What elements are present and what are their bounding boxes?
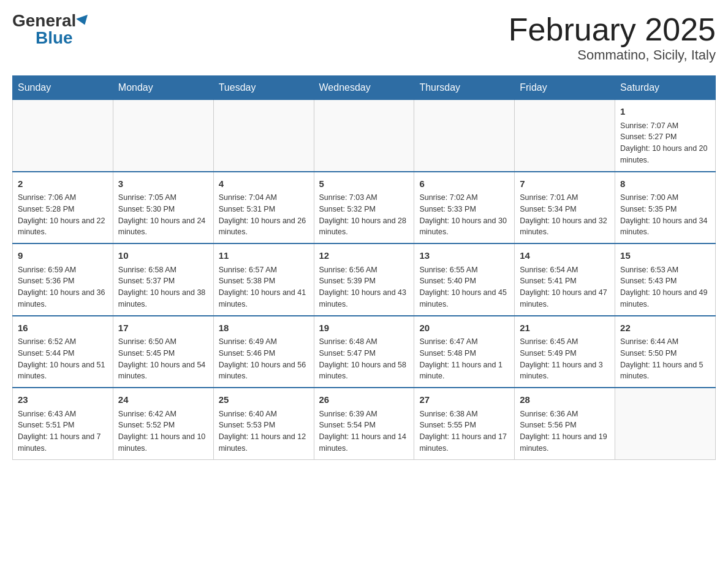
calendar-cell <box>314 100 414 172</box>
day-of-week-header: Wednesday <box>314 76 414 100</box>
sunrise-text: Sunrise: 6:48 AM <box>319 337 377 346</box>
calendar-week-row: 2Sunrise: 7:06 AMSunset: 5:28 PMDaylight… <box>13 172 716 244</box>
sunrise-text: Sunrise: 6:55 AM <box>419 266 477 274</box>
daylight-text: Daylight: 10 hours and 28 minutes. <box>319 216 406 237</box>
day-number: 23 <box>18 393 108 407</box>
daylight-text: Daylight: 10 hours and 38 minutes. <box>118 288 205 308</box>
logo: General Blue <box>12 12 89 47</box>
calendar-cell: 7Sunrise: 7:01 AMSunset: 5:34 PMDaylight… <box>515 172 615 244</box>
sunset-text: Sunset: 5:47 PM <box>319 349 376 358</box>
sunset-text: Sunset: 5:31 PM <box>219 205 275 213</box>
daylight-text: Daylight: 10 hours and 20 minutes. <box>620 144 707 164</box>
sunrise-text: Sunrise: 6:53 AM <box>620 266 678 274</box>
day-number: 12 <box>319 249 409 263</box>
sunset-text: Sunset: 5:50 PM <box>620 349 677 358</box>
daylight-text: Daylight: 10 hours and 22 minutes. <box>18 216 105 237</box>
daylight-text: Daylight: 10 hours and 34 minutes. <box>620 216 707 237</box>
sunrise-text: Sunrise: 7:07 AM <box>620 121 678 130</box>
calendar-cell: 10Sunrise: 6:58 AMSunset: 5:37 PMDayligh… <box>113 243 213 316</box>
sunrise-text: Sunrise: 6:40 AM <box>219 410 277 418</box>
sunset-text: Sunset: 5:39 PM <box>319 277 376 285</box>
daylight-text: Daylight: 11 hours and 5 minutes. <box>620 361 703 381</box>
daylight-text: Daylight: 10 hours and 32 minutes. <box>520 216 607 237</box>
day-number: 10 <box>118 249 208 263</box>
daylight-text: Daylight: 11 hours and 17 minutes. <box>419 432 506 453</box>
daylight-text: Daylight: 10 hours and 26 minutes. <box>219 216 306 237</box>
calendar-cell: 15Sunrise: 6:53 AMSunset: 5:43 PMDayligh… <box>615 243 716 316</box>
daylight-text: Daylight: 10 hours and 54 minutes. <box>118 361 205 381</box>
sunset-text: Sunset: 5:36 PM <box>18 277 74 285</box>
calendar-cell: 17Sunrise: 6:50 AMSunset: 5:45 PMDayligh… <box>113 316 213 388</box>
sunset-text: Sunset: 5:45 PM <box>118 349 175 358</box>
calendar-cell: 26Sunrise: 6:39 AMSunset: 5:54 PMDayligh… <box>314 388 414 459</box>
day-number: 4 <box>219 177 309 191</box>
daylight-text: Daylight: 10 hours and 30 minutes. <box>419 216 506 237</box>
sunrise-text: Sunrise: 6:39 AM <box>319 410 377 418</box>
sunset-text: Sunset: 5:35 PM <box>620 205 677 213</box>
day-number: 18 <box>219 321 309 335</box>
sunset-text: Sunset: 5:51 PM <box>18 421 74 429</box>
month-title: February 2025 <box>509 12 716 47</box>
day-of-week-header: Thursday <box>414 76 515 100</box>
calendar-header-row: SundayMondayTuesdayWednesdayThursdayFrid… <box>13 76 716 100</box>
daylight-text: Daylight: 11 hours and 19 minutes. <box>520 432 607 453</box>
sunrise-text: Sunrise: 6:45 AM <box>520 337 578 346</box>
calendar-cell: 23Sunrise: 6:43 AMSunset: 5:51 PMDayligh… <box>13 388 113 459</box>
daylight-text: Daylight: 11 hours and 1 minute. <box>419 361 502 381</box>
sunrise-text: Sunrise: 6:47 AM <box>419 337 477 346</box>
daylight-text: Daylight: 11 hours and 14 minutes. <box>319 432 406 453</box>
calendar-cell: 19Sunrise: 6:48 AMSunset: 5:47 PMDayligh… <box>314 316 414 388</box>
day-number: 19 <box>319 321 409 335</box>
calendar-cell: 12Sunrise: 6:56 AMSunset: 5:39 PMDayligh… <box>314 243 414 316</box>
sunrise-text: Sunrise: 6:58 AM <box>118 266 176 274</box>
calendar-cell <box>113 100 213 172</box>
calendar-cell <box>213 100 314 172</box>
daylight-text: Daylight: 10 hours and 47 minutes. <box>520 288 607 308</box>
title-area: February 2025 Sommatino, Sicily, Italy <box>509 12 716 63</box>
sunrise-text: Sunrise: 6:44 AM <box>620 337 678 346</box>
day-number: 9 <box>18 249 108 263</box>
daylight-text: Daylight: 10 hours and 41 minutes. <box>219 288 306 308</box>
calendar-week-row: 9Sunrise: 6:59 AMSunset: 5:36 PMDaylight… <box>13 243 716 316</box>
day-number: 16 <box>18 321 108 335</box>
day-of-week-header: Monday <box>113 76 213 100</box>
day-number: 21 <box>520 321 610 335</box>
daylight-text: Daylight: 11 hours and 3 minutes. <box>520 361 603 381</box>
sunrise-text: Sunrise: 7:01 AM <box>520 193 578 202</box>
day-number: 26 <box>319 393 409 407</box>
day-number: 2 <box>18 177 108 191</box>
day-number: 22 <box>620 321 710 335</box>
calendar-cell: 2Sunrise: 7:06 AMSunset: 5:28 PMDaylight… <box>13 172 113 244</box>
location-subtitle: Sommatino, Sicily, Italy <box>509 47 716 63</box>
day-number: 1 <box>620 105 710 119</box>
sunset-text: Sunset: 5:48 PM <box>419 349 476 358</box>
sunrise-text: Sunrise: 6:49 AM <box>219 337 277 346</box>
sunrise-text: Sunrise: 6:52 AM <box>18 337 76 346</box>
sunset-text: Sunset: 5:43 PM <box>620 277 677 285</box>
calendar-table: SundayMondayTuesdayWednesdayThursdayFrid… <box>12 75 716 460</box>
sunrise-text: Sunrise: 6:56 AM <box>319 266 377 274</box>
daylight-text: Daylight: 11 hours and 10 minutes. <box>118 432 205 453</box>
calendar-cell: 4Sunrise: 7:04 AMSunset: 5:31 PMDaylight… <box>213 172 314 244</box>
sunset-text: Sunset: 5:32 PM <box>319 205 376 213</box>
daylight-text: Daylight: 10 hours and 51 minutes. <box>18 361 105 381</box>
calendar-cell: 24Sunrise: 6:42 AMSunset: 5:52 PMDayligh… <box>113 388 213 459</box>
sunset-text: Sunset: 5:27 PM <box>620 132 677 141</box>
daylight-text: Daylight: 10 hours and 49 minutes. <box>620 288 707 308</box>
daylight-text: Daylight: 10 hours and 45 minutes. <box>419 288 506 308</box>
day-number: 5 <box>319 177 409 191</box>
sunset-text: Sunset: 5:37 PM <box>118 277 175 285</box>
calendar-cell: 16Sunrise: 6:52 AMSunset: 5:44 PMDayligh… <box>13 316 113 388</box>
sunrise-text: Sunrise: 6:42 AM <box>118 410 176 418</box>
daylight-text: Daylight: 10 hours and 58 minutes. <box>319 361 406 381</box>
calendar-week-row: 16Sunrise: 6:52 AMSunset: 5:44 PMDayligh… <box>13 316 716 388</box>
day-number: 3 <box>118 177 208 191</box>
calendar-cell: 14Sunrise: 6:54 AMSunset: 5:41 PMDayligh… <box>515 243 615 316</box>
day-number: 27 <box>419 393 509 407</box>
sunset-text: Sunset: 5:52 PM <box>118 421 175 429</box>
calendar-cell: 28Sunrise: 6:36 AMSunset: 5:56 PMDayligh… <box>515 388 615 459</box>
sunset-text: Sunset: 5:38 PM <box>219 277 275 285</box>
sunset-text: Sunset: 5:34 PM <box>520 205 576 213</box>
daylight-text: Daylight: 10 hours and 36 minutes. <box>18 288 105 308</box>
day-of-week-header: Sunday <box>13 76 113 100</box>
